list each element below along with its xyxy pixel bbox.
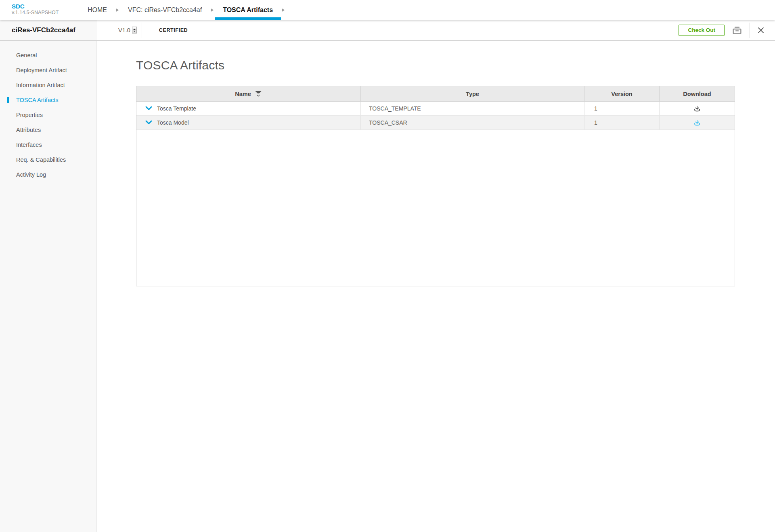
sidebar-item-label: Activity Log [16,171,46,178]
spinner-down-icon [133,31,136,32]
artifact-type: TOSCA_TEMPLATE [369,105,421,112]
sidebar-item-label: Deployment Artifact [16,67,67,73]
column-header-version: Version [584,86,660,101]
download-button[interactable] [693,105,701,112]
column-header-name[interactable]: Name [136,86,361,101]
sidebar-item-label: General [16,52,37,58]
column-header-label: Version [611,91,632,97]
breadcrumb-arrow-icon [116,8,119,12]
component-name: ciRes-VFCb2cca4af [12,26,75,34]
breadcrumb-tab-label: HOME [88,6,107,14]
breadcrumb-tab-home[interactable]: HOME [80,0,115,20]
column-header-label: Name [235,91,251,97]
sort-chevron-icon [256,94,260,97]
version-selector[interactable]: V1.0 [118,27,137,33]
sidebar-item-tosca-artifacts[interactable]: TOSCA Artifacts [0,92,96,107]
artifacts-table: Name Type Version [136,86,735,286]
artifact-name-cell: Tosca Template [136,102,361,115]
sdc-logo: SDC v.1.14.5-SNAPSHOT [12,0,64,20]
sdc-logo-text: SDC [12,3,64,10]
download-icon [693,105,701,112]
sidebar-item-activity-log[interactable]: Activity Log [0,167,96,182]
print-icon [732,25,742,35]
page-title: TOSCA Artifacts [136,58,735,72]
download-icon [693,119,701,126]
column-header-download: Download [660,86,735,101]
breadcrumb-arrow-icon [282,8,285,12]
breadcrumb-tab-vfc[interactable]: VFC: ciRes-VFCb2cca4af [120,0,210,20]
sidebar-item-label: Interfaces [16,142,42,148]
component-header: ciRes-VFCb2cca4af V1.0 CERTIFIED Check O… [0,20,775,41]
spinner-up-icon [133,29,136,30]
sidebar-item-label: TOSCA Artifacts [16,97,59,103]
expand-row-button[interactable] [145,106,152,111]
column-header-type: Type [361,86,584,101]
sidebar-item-label: Req. & Capabilities [16,156,66,163]
sidebar-item-label: Information Artifact [16,82,65,88]
column-header-label: Download [683,91,711,97]
table-row: Tosca Template TOSCA_TEMPLATE 1 [136,102,735,116]
component-header-left: ciRes-VFCb2cca4af [0,20,97,40]
breadcrumb-tab-label: VFC: ciRes-VFCb2cca4af [128,6,202,14]
artifact-download-cell [660,116,735,129]
lifecycle-status-label: CERTIFIED [159,27,188,33]
header-divider [142,23,142,38]
version-selector-value: V1.0 [118,27,130,33]
close-button[interactable] [756,26,765,35]
chevron-down-icon [145,106,152,111]
header-divider [750,23,750,38]
artifact-name: Tosca Model [157,119,189,126]
sidebar-item-interfaces[interactable]: Interfaces [0,137,96,152]
print-button[interactable] [731,24,743,36]
artifact-type: TOSCA_CSAR [369,119,407,126]
sdc-version-text: v.1.14.5-SNAPSHOT [12,10,64,16]
table-header-row: Name Type Version [136,86,735,102]
sidebar-item-deployment-artifact[interactable]: Deployment Artifact [0,63,96,77]
header-actions: Check Out [679,23,765,38]
artifact-type-cell: TOSCA_CSAR [361,116,584,129]
sidebar: General Deployment Artifact Information … [0,41,96,532]
sidebar-item-label: Properties [16,112,43,118]
component-header-main: V1.0 CERTIFIED Check Out [97,20,775,40]
artifact-name: Tosca Template [157,105,196,112]
artifact-version-cell: 1 [584,116,660,129]
main-content: TOSCA Artifacts Name Type [96,41,775,532]
breadcrumb: HOME VFC: ciRes-VFCb2cca4af TOSCA Artifa… [80,0,286,20]
sort-funnel-icon [255,91,262,94]
chevron-down-icon [145,120,152,125]
close-icon [757,27,765,34]
breadcrumb-arrow-icon [211,8,214,12]
artifact-version-cell: 1 [584,102,660,115]
sidebar-item-properties[interactable]: Properties [0,107,96,122]
artifact-version: 1 [594,119,597,126]
check-out-button[interactable]: Check Out [679,25,725,36]
top-nav-bar: SDC v.1.14.5-SNAPSHOT HOME VFC: ciRes-VF… [0,0,775,20]
version-spinner-icon[interactable] [132,27,137,33]
sidebar-item-information-artifact[interactable]: Information Artifact [0,77,96,92]
download-button[interactable] [693,119,701,126]
sidebar-item-req-capabilities[interactable]: Req. & Capabilities [0,152,96,167]
column-header-label: Type [466,91,479,97]
artifact-download-cell [660,102,735,115]
table-row: Tosca Model TOSCA_CSAR 1 [136,116,735,130]
sidebar-item-attributes[interactable]: Attributes [0,122,96,137]
breadcrumb-tab-tosca-artifacts[interactable]: TOSCA Artifacts [215,0,281,20]
artifact-version: 1 [594,105,597,112]
artifact-name-cell: Tosca Model [136,116,361,129]
page-body: General Deployment Artifact Information … [0,41,775,532]
breadcrumb-tab-label: TOSCA Artifacts [223,6,273,14]
sidebar-item-label: Attributes [16,127,41,133]
expand-row-button[interactable] [145,120,152,125]
sort-icon[interactable] [255,91,262,97]
artifact-type-cell: TOSCA_TEMPLATE [361,102,584,115]
sidebar-item-general[interactable]: General [0,48,96,63]
